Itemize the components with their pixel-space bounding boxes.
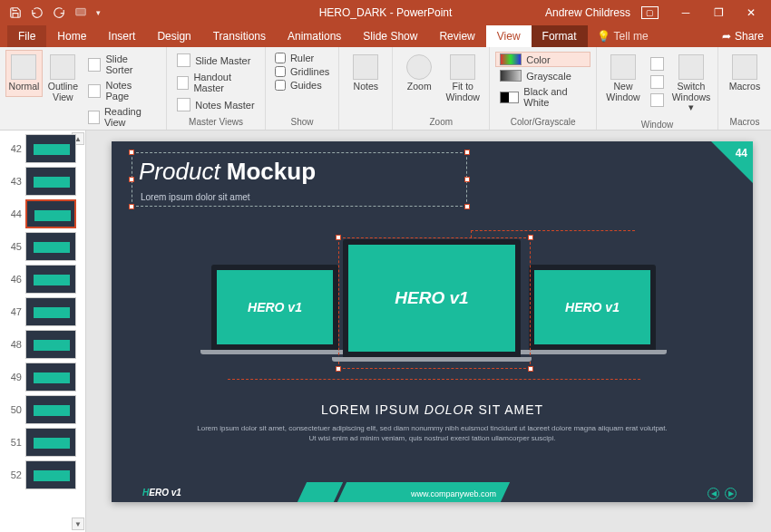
thumb-number: 44	[5, 208, 22, 219]
slide-thumbnail[interactable]: 45	[5, 232, 83, 261]
screen-text: HERO v1	[348, 245, 515, 352]
ruler-checkbox[interactable]: Ruler	[271, 52, 333, 64]
scroll-down-button[interactable]: ▼	[72, 517, 84, 530]
lightbulb-icon: 💡	[597, 30, 610, 43]
tab-view[interactable]: View	[486, 25, 532, 47]
group-show: Ruler Gridlines Guides Show	[266, 47, 339, 130]
quick-access-toolbar: ▾	[0, 0, 109, 25]
thumb-number: 51	[5, 437, 22, 448]
slide-thumbnail[interactable]: 47	[5, 297, 83, 326]
ribbon-tabs: File Home Insert Design Transitions Anim…	[0, 25, 771, 47]
reading-view-button[interactable]: Reading View	[83, 104, 161, 130]
notes-button[interactable]: Notes	[345, 50, 386, 97]
slide-body-text[interactable]: Lorem ipsum dolor sit amet, consectetuer…	[193, 424, 671, 444]
group-label: Master Views	[172, 115, 259, 130]
qat-dropdown-icon[interactable]: ▾	[93, 3, 103, 23]
prev-icon[interactable]: ◀	[708, 488, 719, 499]
slide-thumbnail[interactable]: 52	[5, 460, 83, 489]
arrange-all-button[interactable]	[646, 55, 669, 73]
grayscale-button[interactable]: Grayscale	[495, 68, 590, 83]
tab-slideshow[interactable]: Slide Show	[352, 25, 428, 47]
slide-footer: HERO v1 www.companyweb.com ◀ ▶	[112, 482, 753, 502]
guide-line	[471, 230, 635, 231]
slide-thumbnail[interactable]: 42	[5, 134, 83, 163]
guides-checkbox[interactable]: Guides	[271, 79, 333, 92]
group-macros: Macros Macros	[718, 47, 771, 130]
thumb-number: 48	[5, 339, 22, 350]
undo-icon[interactable]	[27, 3, 47, 23]
current-slide[interactable]: 44 Product Mockup Lorem ipsum dolor sit …	[112, 141, 753, 502]
tab-format[interactable]: Format	[532, 25, 588, 47]
tell-me-search[interactable]: 💡 Tell me	[588, 25, 658, 47]
tab-design[interactable]: Design	[146, 25, 201, 47]
redo-icon[interactable]	[49, 3, 69, 23]
switch-windows-button[interactable]: Switch Windows ▾	[670, 50, 712, 118]
thumb-number: 52	[5, 469, 22, 480]
workspace: ▲ 42 43 44 45 46 47 48 49 50 51 52	[0, 131, 771, 532]
laptop-center[interactable]: HERO v1	[343, 239, 521, 362]
tab-home[interactable]: Home	[46, 25, 97, 47]
start-from-beginning-icon[interactable]	[71, 3, 91, 23]
tell-me-label: Tell me	[614, 30, 649, 43]
laptop-left[interactable]: HERO v1	[211, 265, 338, 354]
thumb-preview	[25, 330, 76, 359]
device-mockups[interactable]: HERO v1 HERO v1 HERO v1	[211, 239, 656, 375]
tab-file[interactable]: File	[7, 25, 46, 47]
thumb-number: 46	[5, 274, 22, 285]
restore-button[interactable]: ❐	[702, 0, 735, 25]
slide-thumbnail[interactable]: 46	[5, 265, 83, 294]
ribbon: Normal Outline View Slide Sorter Notes P…	[0, 47, 771, 131]
slide-thumbnail[interactable]: 50	[5, 395, 83, 424]
group-zoom: Zoom Fit to Window Zoom	[393, 47, 490, 130]
minimize-button[interactable]: ─	[669, 0, 702, 25]
slide-thumbnails-panel: ▲ 42 43 44 45 46 47 48 49 50 51 52	[0, 131, 86, 532]
slide-thumbnail[interactable]: 44	[5, 199, 83, 228]
group-notes: Notes	[339, 47, 393, 130]
thumb-preview	[25, 363, 76, 392]
tab-animations[interactable]: Animations	[277, 25, 352, 47]
user-name: Andrew Childress	[545, 6, 630, 19]
share-button[interactable]: ➦ Share	[715, 25, 771, 47]
share-label: Share	[735, 30, 764, 43]
screen-text: HERO v1	[217, 270, 333, 344]
cascade-button[interactable]	[646, 73, 669, 91]
share-icon: ➦	[722, 30, 731, 43]
slide-thumbnail[interactable]: 49	[5, 363, 83, 392]
color-button[interactable]: Color	[495, 52, 590, 67]
black-white-button[interactable]: Black and White	[495, 84, 590, 110]
normal-view-button[interactable]: Normal	[5, 50, 43, 97]
save-icon[interactable]	[5, 3, 25, 23]
tab-review[interactable]: Review	[428, 25, 485, 47]
slide-heading[interactable]: LOREM IPSUM DOLOR SIT AMET	[112, 402, 753, 417]
tab-insert[interactable]: Insert	[97, 25, 146, 47]
laptop-right[interactable]: HERO v1	[529, 265, 656, 354]
next-icon[interactable]: ▶	[725, 488, 737, 499]
slide-thumbnail[interactable]: 43	[5, 167, 83, 196]
notes-page-button[interactable]: Notes Page	[83, 78, 161, 103]
slide-thumbnail[interactable]: 51	[5, 428, 83, 457]
zoom-button[interactable]: Zoom	[398, 50, 440, 97]
slide-canvas-area[interactable]: 44 Product Mockup Lorem ipsum dolor sit …	[86, 131, 771, 532]
tab-transitions[interactable]: Transitions	[202, 25, 277, 47]
notes-master-button[interactable]: Notes Master	[172, 96, 259, 113]
group-label: Color/Grayscale	[495, 115, 590, 130]
screen-text: HERO v1	[534, 270, 650, 344]
new-window-button[interactable]: New Window	[602, 50, 644, 107]
handout-master-button[interactable]: Handout Master	[172, 70, 259, 95]
fit-to-window-button[interactable]: Fit to Window	[442, 50, 483, 107]
thumb-preview	[25, 134, 76, 163]
gridlines-checkbox[interactable]: Gridlines	[271, 65, 333, 78]
slide-sorter-button[interactable]: Slide Sorter	[83, 52, 161, 77]
move-split-button[interactable]	[646, 92, 669, 109]
outline-view-button[interactable]: Outline View	[44, 50, 82, 107]
slide-title[interactable]: Product Mockup	[139, 158, 316, 186]
footer-nav: ◀ ▶	[708, 488, 737, 499]
slide-thumbnail[interactable]: 48	[5, 330, 83, 359]
group-master-views: Slide Master Handout Master Notes Master…	[167, 47, 266, 130]
slide-subtitle[interactable]: Lorem ipsum dolor sit amet	[141, 192, 250, 202]
close-button[interactable]: ✕	[735, 0, 767, 25]
thumb-number: 42	[5, 143, 22, 154]
ribbon-display-icon[interactable]: ▢	[641, 6, 659, 19]
macros-button[interactable]: Macros	[724, 50, 766, 97]
slide-master-button[interactable]: Slide Master	[172, 52, 259, 69]
